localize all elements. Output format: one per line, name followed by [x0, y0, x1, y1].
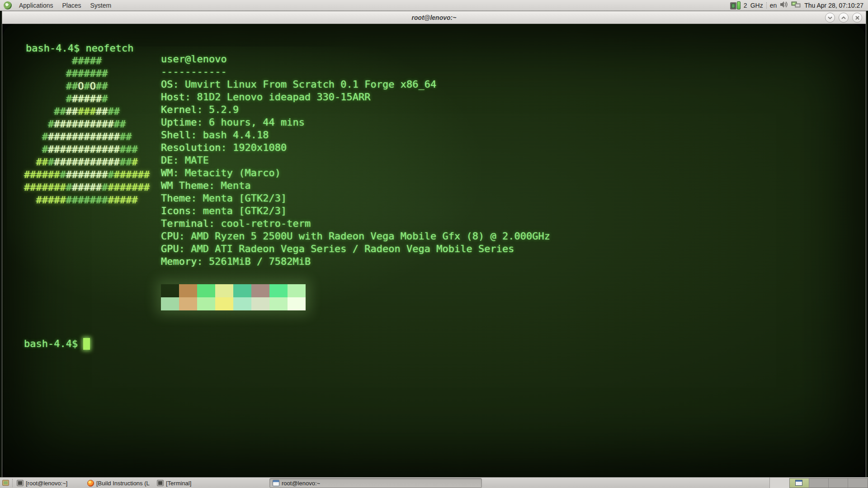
palette-block — [215, 284, 233, 297]
menu-system[interactable]: System — [86, 0, 116, 11]
mate-menu-icon[interactable] — [4, 1, 12, 9]
palette-block — [269, 297, 288, 310]
firefox-icon — [87, 480, 94, 487]
palette-block — [179, 297, 197, 310]
palette-block — [233, 284, 251, 297]
window-controls — [825, 13, 862, 23]
ascii-art-line: ##################### — [24, 181, 150, 194]
workspace-switcher — [789, 478, 868, 488]
maximize-button[interactable] — [839, 13, 849, 23]
neofetch-field-de: DE: MATE — [161, 154, 550, 167]
chevron-up-icon — [841, 16, 846, 19]
neofetch-field-cpu: CPU: AMD Ryzen 5 2500U with Radeon Vega … — [161, 230, 550, 243]
workspace-3[interactable] — [829, 479, 848, 488]
close-button[interactable] — [852, 13, 862, 23]
neofetch-field-wm-theme: WM Theme: Menta — [161, 179, 550, 192]
neofetch-field-host: Host: 81D2 Lenovo ideapad 330-15ARR — [161, 91, 550, 103]
menu-applications[interactable]: Applications — [14, 0, 58, 11]
neofetch-field-gpu: GPU: AMD ATI Radeon Vega Series / Radeon… — [161, 243, 550, 255]
palette-block — [197, 297, 215, 310]
terminal-cursor — [83, 338, 90, 350]
window-icon — [273, 480, 279, 486]
minimize-button[interactable] — [825, 13, 835, 23]
neofetch-field-resolution: Resolution: 868x488 — [161, 141, 550, 154]
task-label: [Terminal] — [166, 480, 191, 487]
neofetch-field-kernel: Kernel: 5.2.9 — [161, 103, 550, 116]
palette-row-bright — [161, 297, 306, 310]
neofetch-underline: ----------- — [161, 66, 550, 78]
terminal-window-icon — [17, 480, 24, 486]
task-label: [Build Instructions (Linux... — [96, 480, 150, 487]
desktop: ApplicationsPlacesSystem 2 GHz en Thu Ap… — [0, 0, 868, 488]
keyboard-layout-indicator[interactable]: en — [770, 2, 777, 9]
ascii-art-line: ####### — [24, 93, 150, 105]
task-label: root@lenovo:~ — [282, 480, 320, 487]
cpu-frequency-unit: GHz — [750, 2, 763, 9]
ascii-art-line: ########### — [24, 105, 150, 118]
cpu-frequency-icon[interactable] — [730, 1, 741, 9]
neofetch-field-terminal: Terminal: cool-retro-term — [161, 217, 550, 230]
palette-block — [161, 284, 179, 297]
shell-prompt: bash-4.4$ — [24, 338, 78, 350]
clock[interactable]: Thu Apr 28, 07:10:27 — [804, 2, 863, 9]
workspace-2[interactable] — [809, 479, 829, 488]
terminal-window: root@lenovo:~ bash-4.4$ neofetch ##### #… — [2, 11, 866, 477]
ascii-art-line: ##### — [24, 55, 150, 67]
ascii-art-line: ################# — [24, 156, 150, 169]
window-titlebar[interactable]: root@lenovo:~ — [2, 11, 866, 24]
network-icon[interactable] — [791, 1, 801, 10]
workspace-1[interactable] — [790, 479, 809, 488]
prompt-line-neofetch: bash-4.4$ neofetch — [26, 42, 133, 55]
terminal-window-icon — [157, 480, 164, 486]
window-title: root@lenovo:~ — [412, 14, 457, 21]
ascii-art-line: ##O#O## — [24, 80, 150, 93]
ascii-art-logo: ##### ####### ##O#O## ####### ##########… — [24, 55, 150, 206]
palette-block — [269, 284, 288, 297]
top-panel: ApplicationsPlacesSystem 2 GHz en Thu Ap… — [0, 0, 868, 11]
color-palette — [161, 284, 306, 310]
ascii-art-line: ############# — [24, 118, 150, 131]
palette-block — [288, 284, 306, 297]
palette-block — [288, 297, 306, 310]
workspace-window-thumbnail — [795, 480, 802, 486]
taskbar-task-1[interactable]: [root@lenovo:~] — [14, 478, 82, 488]
palette-block — [233, 297, 251, 310]
panel-spacer — [769, 478, 789, 488]
neofetch-field-theme: Theme: Menta [GTK2/3] — [161, 192, 550, 205]
neofetch-field-wm: WM: Metacity (Marco) — [161, 167, 550, 179]
neofetch-field-uptime: Uptime: 6 hours, 44 mins — [161, 116, 550, 129]
task-label: [root@lenovo:~] — [26, 480, 67, 487]
neofetch-field-shell: Shell: bash 4.4.18 — [161, 129, 550, 141]
volume-icon[interactable] — [780, 1, 788, 10]
palette-block — [197, 284, 215, 297]
palette-block — [215, 297, 233, 310]
workspace-4[interactable] — [848, 479, 868, 488]
cpu-frequency-value: 2 — [744, 2, 747, 9]
prompt-line-current: bash-4.4$ — [24, 338, 90, 350]
panel-separator — [766, 2, 767, 9]
palette-block — [179, 284, 197, 297]
taskbar-task-3[interactable]: [Terminal] — [154, 478, 220, 488]
palette-block — [251, 284, 269, 297]
menubar-menus: ApplicationsPlacesSystem — [14, 0, 116, 11]
ascii-art-line: ################# — [24, 194, 150, 206]
panel-indicators: 2 GHz en Thu Apr 28, 07:10:27 — [730, 1, 865, 10]
neofetch-info: user@lenovo-----------OS: Umvirt Linux F… — [161, 53, 550, 268]
ascii-art-line: ####### — [24, 67, 150, 80]
menu-places[interactable]: Places — [58, 0, 86, 11]
taskbar-task-4[interactable]: root@lenovo:~ — [269, 478, 482, 488]
ascii-art-line: ############### — [24, 131, 150, 143]
ascii-art-line: ################ — [24, 143, 150, 156]
neofetch-field-icons: Icons: menta [GTK2/3] — [161, 205, 550, 217]
ascii-art-line: ##################### — [24, 169, 150, 181]
taskbar-task-2[interactable]: [Build Instructions (Linux... — [84, 478, 153, 488]
neofetch-field-memory: Memory: 5261MiB / 7582MiB — [161, 255, 550, 268]
close-icon — [855, 16, 859, 20]
palette-row-normal — [161, 284, 306, 297]
show-desktop-icon — [2, 480, 9, 486]
palette-block — [161, 297, 179, 310]
terminal-screen[interactable]: bash-4.4$ neofetch ##### ####### ##O#O##… — [2, 24, 866, 477]
chevron-down-icon — [828, 16, 832, 19]
show-desktop-button[interactable] — [0, 478, 11, 488]
neofetch-field-os: OS: Umvirt Linux From Scratch 0.1 Forge … — [161, 78, 550, 91]
